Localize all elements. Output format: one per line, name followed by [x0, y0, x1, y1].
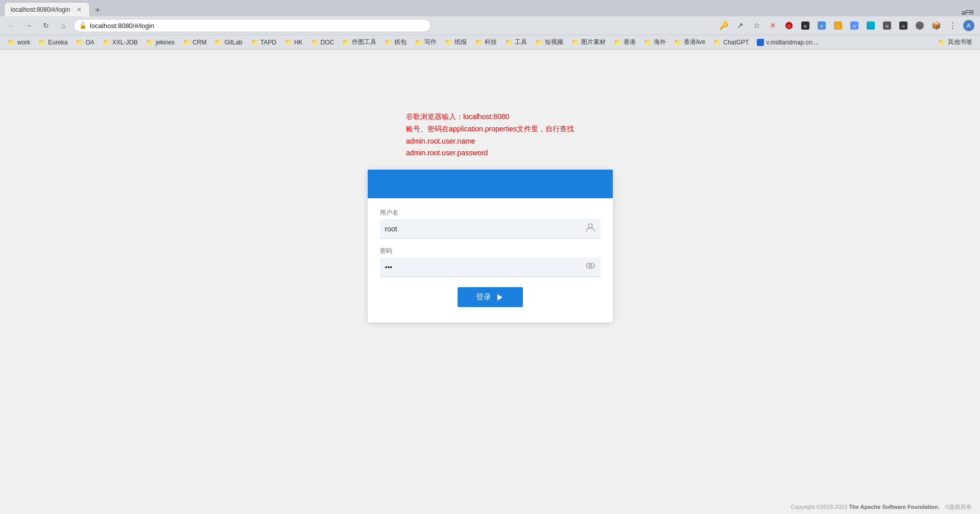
bookmark-label: 图片素材	[581, 38, 606, 46]
svg-text:B: B	[804, 24, 806, 29]
bookmark-label: 纸报	[455, 38, 467, 46]
ext4-button[interactable]: C	[831, 18, 845, 33]
folder-icon: 📁	[571, 39, 579, 46]
ext10-button[interactable]: 📦	[929, 18, 943, 33]
password-input-wrap	[380, 258, 601, 277]
bookmark-label: CRM	[193, 39, 206, 46]
bookmark-label: DOC	[321, 39, 334, 46]
ext8-button[interactable]: G	[896, 18, 911, 33]
bookmark-label: 科技	[485, 38, 497, 46]
bookmark-gitlab[interactable]: 📁 GitLab	[211, 38, 246, 47]
folder-icon: 📁	[385, 39, 392, 46]
folder-icon: 📁	[8, 39, 15, 46]
folder-icon: 📁	[76, 39, 83, 46]
folder-icon: 📁	[475, 39, 483, 46]
username-input-wrap	[380, 219, 601, 239]
bookmark-label: 香港live	[684, 38, 705, 46]
folder-icon: 📁	[311, 39, 319, 46]
bookmark-writing[interactable]: 📁 写作	[411, 37, 440, 48]
bookmark-tech[interactable]: 📁 科技	[471, 37, 500, 48]
folder-icon: 📁	[445, 39, 452, 46]
bookmark-doc[interactable]: 📁 DOC	[307, 38, 338, 47]
bookmark-label: 海外	[654, 38, 666, 46]
ext6-button[interactable]	[864, 18, 878, 33]
share-icon-button[interactable]: ↗	[733, 18, 747, 33]
bookmark-hk-live[interactable]: 📁 香港live	[671, 37, 709, 48]
folder-icon: 📁	[713, 39, 721, 46]
address-bar[interactable]: 🔓 localhost:8080/#/login	[74, 19, 431, 32]
bookmark-oa[interactable]: 📁 OA	[72, 38, 98, 47]
ext7-button[interactable]: M	[880, 18, 894, 33]
bookmark-drawing-tools[interactable]: 📁 作图工具	[339, 37, 380, 48]
login-button[interactable]: 登录	[458, 287, 523, 307]
bookmark-tapd[interactable]: 📁 TAPD	[247, 38, 280, 47]
folder-icon: 📁	[103, 39, 110, 46]
ext5-button[interactable]: W	[847, 18, 862, 33]
bookmark-label: 写作	[424, 38, 437, 46]
afr-label: aFR	[959, 9, 976, 16]
folder-icon: 📁	[251, 39, 258, 46]
ext2-button[interactable]: B	[798, 18, 812, 33]
footer-company: The Apache Software Foundation.	[849, 504, 939, 510]
arrow-right-icon	[495, 293, 505, 302]
more-button[interactable]: ⋮	[945, 18, 960, 33]
bookmark-tools[interactable]: 📁 工具	[501, 37, 531, 48]
bookmark-short-video[interactable]: 📁 短视频	[532, 37, 567, 48]
bookmark-label: jekines	[156, 39, 175, 46]
bookmark-chatgpt[interactable]: 📁 ChatGPT	[710, 38, 752, 47]
bookmark-label: XXL-JOB	[112, 39, 138, 46]
hint-line-1: 谷歌浏览器输入：localhost:8080	[406, 111, 574, 123]
svg-marker-21	[497, 294, 503, 300]
active-tab[interactable]: localhost:8080/#/login ✕	[4, 2, 90, 16]
bookmark-icon	[757, 39, 764, 46]
bookmark-label: OA	[85, 39, 94, 46]
bookmark-label: 短视频	[545, 38, 563, 46]
reload-button[interactable]: ↻	[39, 18, 53, 33]
svg-text:G: G	[902, 25, 904, 28]
browser-chrome: localhost:8080/#/login ✕ + aFR ← → ↻ ⌂ 🔓…	[0, 0, 980, 50]
bookmark-work[interactable]: 📁 work	[4, 38, 34, 47]
footer-extra: ©版权所有	[945, 504, 972, 510]
bookmark-hk2[interactable]: 📁 香港	[610, 37, 639, 48]
password-input[interactable]	[385, 263, 585, 271]
eye-icon[interactable]	[585, 261, 595, 273]
star-icon-button[interactable]: ☆	[749, 18, 763, 33]
profile-button[interactable]: A	[962, 18, 976, 33]
back-button[interactable]: ←	[4, 18, 18, 33]
home-button[interactable]: ⌂	[56, 18, 70, 33]
username-form-group: 用户名	[380, 208, 601, 239]
bookmark-jekines[interactable]: 📁 jekines	[142, 38, 178, 47]
new-tab-button[interactable]: +	[90, 4, 105, 16]
ext1-button[interactable]: O	[782, 18, 796, 33]
bookmark-overseas[interactable]: 📁 海外	[640, 37, 670, 48]
forward-button[interactable]: →	[21, 18, 36, 33]
svg-text:A: A	[967, 22, 971, 29]
folder-icon: 📁	[284, 39, 292, 46]
key-icon-button[interactable]: 🔑	[716, 18, 731, 33]
bookmark-midlandmap[interactable]: v.midlandmap.cn:...	[753, 38, 822, 47]
bookmark-capture[interactable]: 📁 抓包	[381, 37, 410, 48]
user-icon	[585, 222, 595, 235]
login-card-body: 用户名 密码	[368, 198, 613, 322]
page-footer: Copyright ©2018-2022 The Apache Software…	[0, 500, 980, 514]
bookmark-hk[interactable]: 📁 HK	[281, 38, 306, 47]
ext3-button[interactable]: N	[815, 18, 829, 33]
folder-icon: 📁	[183, 39, 190, 46]
url-text: localhost:8080/#/login	[90, 22, 425, 30]
svg-text:C: C	[836, 24, 840, 29]
username-input[interactable]	[385, 225, 585, 233]
close-x-button[interactable]: ✕	[766, 18, 780, 33]
folder-icon: 📁	[614, 39, 622, 46]
ext9-button[interactable]	[913, 18, 927, 33]
tab-close-button[interactable]: ✕	[75, 6, 83, 14]
svg-text:O: O	[787, 24, 791, 29]
bookmark-images[interactable]: 📁 图片素材	[568, 37, 609, 48]
bookmark-crm[interactable]: 📁 CRM	[179, 38, 210, 47]
bookmark-xxl-job[interactable]: 📁 XXL-JOB	[99, 38, 141, 47]
bookmark-label: GitLab	[224, 39, 242, 46]
bookmark-more[interactable]: 📁 其他书签	[935, 37, 976, 48]
bookmark-eureka[interactable]: 📁 Eureka	[35, 38, 71, 47]
folder-icon: 📁	[505, 39, 513, 46]
bookmark-newspaper[interactable]: 📁 纸报	[441, 37, 470, 48]
bookmark-label: work	[17, 39, 30, 46]
